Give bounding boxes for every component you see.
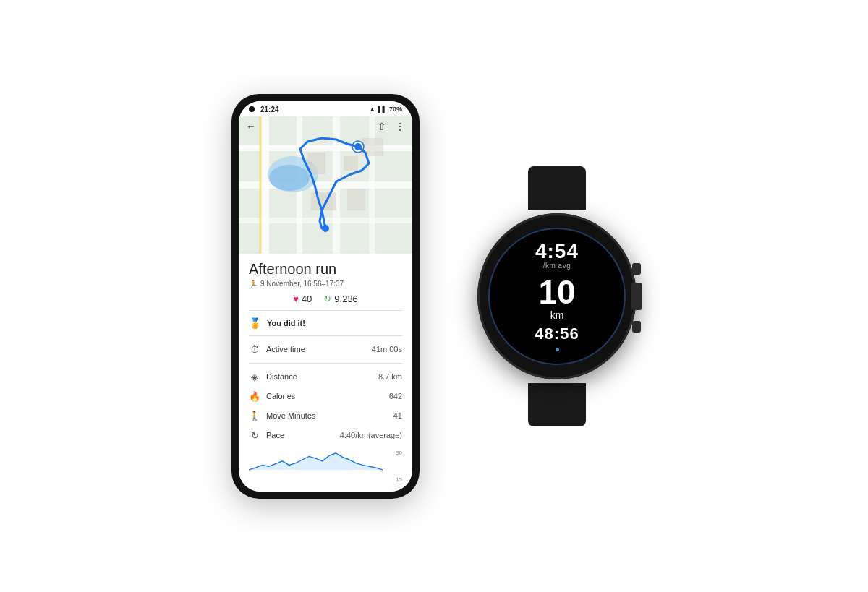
move-minutes-icon: 🚶: [249, 411, 260, 421]
watch-band-top: [528, 166, 586, 210]
heart-icon: ♥: [293, 293, 299, 304]
distance-icon: ◈: [249, 372, 260, 382]
wifi-icon: ▲: [369, 106, 375, 113]
watch-band-bottom: [528, 383, 586, 426]
svg-rect-12: [344, 156, 358, 171]
move-minutes-label: Move Minutes: [266, 411, 315, 420]
watch-device: 4:54 /km avg 10 km 48:56: [477, 195, 637, 398]
watch-screen: 4:54 /km avg 10 km 48:56: [488, 228, 626, 365]
svg-rect-15: [347, 189, 365, 210]
svg-rect-8: [239, 218, 412, 223]
divider-3: [249, 363, 402, 364]
heart-points-value: 40: [302, 293, 312, 304]
chart-label-bottom: 15: [396, 476, 402, 483]
move-minutes-value: 41: [393, 411, 402, 420]
status-time: 21:24: [260, 106, 279, 113]
chart-area: 30 15: [249, 448, 402, 484]
watch-pace-value: 4:54: [535, 241, 579, 262]
watch-pace-label: /km avg: [535, 262, 579, 270]
watch-dot-indicator: [556, 348, 559, 351]
back-button[interactable]: ←: [246, 121, 256, 132]
scene: 21:24 ▲ ▌▌ 70%: [0, 0, 868, 592]
stats-row: ♥ 40 ↻ 9,236: [249, 293, 402, 304]
phone-screen: 21:24 ▲ ▌▌ 70%: [239, 101, 412, 492]
run-title: Afternoon run: [249, 261, 402, 278]
watch-button-top: [632, 263, 641, 275]
calories-label: Calories: [266, 392, 295, 400]
watch-button-bottom: [632, 321, 641, 333]
pace-icon: ↻: [249, 430, 260, 441]
chart-svg: [249, 448, 383, 474]
svg-rect-6: [239, 145, 412, 151]
svg-point-17: [322, 225, 329, 232]
steps-icon: ↻: [323, 293, 331, 304]
battery-level: 70%: [389, 106, 402, 113]
pace-value: 4:40/km(average): [340, 431, 402, 439]
active-time-value: 41m 00s: [372, 345, 402, 353]
svg-point-18: [354, 143, 362, 150]
calories-value: 642: [389, 392, 402, 400]
distance-label: Distance: [266, 372, 297, 381]
steps-stat: ↻ 9,236: [323, 293, 358, 304]
status-bar: 21:24 ▲ ▌▌ 70%: [239, 101, 412, 116]
status-left: 21:24: [249, 106, 279, 113]
watch-elapsed-time: 48:56: [535, 325, 579, 343]
metric-row-move-minutes: 🚶 Move Minutes 41: [249, 406, 402, 426]
active-time-label: Active time: [266, 345, 305, 353]
achievement-row: 🏅 You did it!: [249, 314, 402, 332]
chart-label-top: 30: [396, 450, 402, 456]
run-date: 9 November, 16:56–17:37: [260, 280, 344, 288]
signal-icon: ▌▌: [378, 106, 387, 113]
divider-1: [249, 310, 402, 311]
divider-2: [249, 335, 402, 336]
calories-icon: 🔥: [249, 391, 260, 402]
content-area: Afternoon run 🏃 9 November, 16:56–17:37 …: [239, 254, 412, 492]
active-time-icon: ⏱: [249, 344, 260, 355]
watch-distance-display: 10: [538, 275, 575, 309]
watch-distance-unit-row: km: [550, 309, 564, 322]
steps-value: 9,236: [334, 293, 358, 304]
distance-value: 8.7 km: [378, 372, 402, 381]
watch-body: 4:54 /km avg 10 km 48:56: [477, 213, 637, 379]
map-area: ← ⇧ ⋮: [239, 116, 412, 254]
heart-points-stat: ♥ 40: [293, 293, 312, 304]
camera-dot: [249, 106, 255, 112]
phone-device: 21:24 ▲ ▌▌ 70%: [231, 94, 420, 499]
watch-distance-value: 10: [538, 273, 575, 311]
watch-crown: [631, 283, 642, 310]
achievement-icon: 🏅: [249, 317, 261, 329]
pace-label: Pace: [266, 431, 284, 439]
run-icon: 🏃: [249, 280, 258, 288]
metric-row-active-time: ⏱ Active time 41m 00s: [249, 340, 402, 359]
app-bar: ← ⇧ ⋮: [239, 116, 412, 137]
watch-distance-unit: km: [550, 309, 564, 321]
run-subtitle: 🏃 9 November, 16:56–17:37: [249, 280, 402, 288]
svg-point-10: [269, 165, 310, 191]
status-right: ▲ ▌▌ 70%: [369, 106, 402, 113]
more-button[interactable]: ⋮: [395, 121, 405, 132]
metric-row-pace: ↻ Pace 4:40/km(average): [249, 426, 402, 445]
metric-row-calories: 🔥 Calories 642: [249, 387, 402, 406]
share-button[interactable]: ⇧: [378, 121, 386, 132]
watch-pace-display: 4:54 /km avg: [535, 241, 579, 270]
svg-rect-7: [239, 181, 412, 189]
app-bar-actions: ⇧ ⋮: [378, 121, 405, 132]
achievement-text: You did it!: [267, 319, 305, 327]
map-svg: [239, 116, 412, 254]
metric-row-distance: ◈ Distance 8.7 km: [249, 367, 402, 387]
